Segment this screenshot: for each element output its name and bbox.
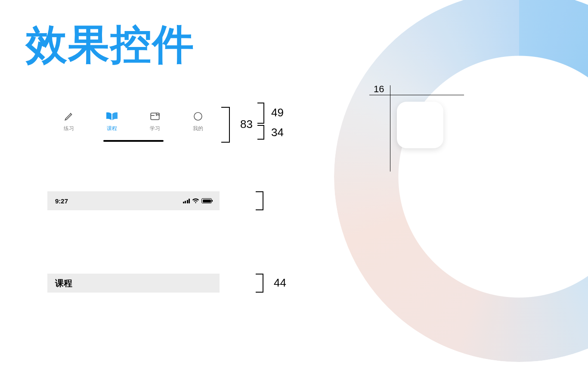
tab-profile[interactable]: 我的 [176, 107, 220, 143]
dimension-bracket [256, 274, 263, 293]
tab-learn[interactable]: 学习 [133, 107, 176, 143]
dimension-value: 16 [374, 84, 384, 95]
tab-label: 课程 [107, 125, 117, 132]
guide-line [390, 85, 390, 172]
navbar-spec: 课程 [47, 274, 220, 293]
navbar-title: 课程 [55, 278, 72, 289]
dimension-bracket [257, 125, 264, 140]
svg-rect-0 [151, 113, 159, 119]
svg-point-1 [194, 112, 202, 120]
dimension-value: 34 [271, 126, 284, 139]
dimension-value: 44 [274, 276, 286, 290]
profile-icon [193, 109, 203, 123]
dimension-bracket [257, 103, 264, 124]
guide-line [369, 95, 464, 95]
statusbar-spec: 9:27 [47, 191, 220, 210]
decorative-ring [334, 0, 588, 362]
tabbar-spec: 练习 课程 学习 我的 [47, 107, 220, 143]
home-indicator [103, 140, 164, 142]
tab-practice[interactable]: 练习 [47, 107, 90, 143]
pencil-icon [63, 109, 74, 123]
book-icon [105, 109, 118, 123]
tab-label: 我的 [193, 125, 203, 132]
tab-course[interactable]: 课程 [90, 107, 133, 143]
dimension-value: 49 [271, 106, 284, 119]
dimension-bracket [221, 107, 230, 143]
statusbar-time: 9:27 [55, 197, 68, 205]
battery-icon [201, 198, 212, 203]
tab-label: 学习 [150, 125, 160, 132]
learn-icon [149, 109, 161, 123]
tab-label: 练习 [64, 125, 74, 132]
slide-title: 效果控件 [26, 17, 195, 73]
dimension-value: 83 [240, 118, 253, 131]
dimension-bracket [256, 191, 263, 210]
rounded-tile [397, 102, 443, 148]
signal-icon [183, 199, 190, 203]
wifi-icon [192, 198, 199, 203]
